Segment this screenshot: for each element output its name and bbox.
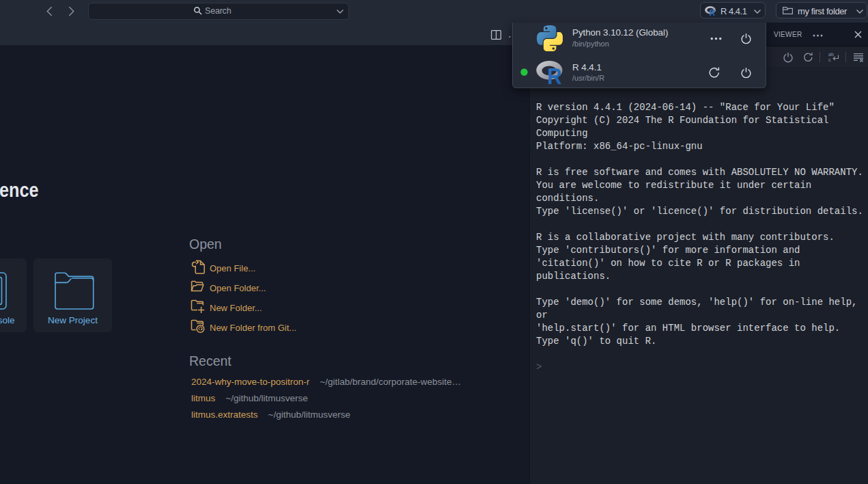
svg-text:c: c [828, 57, 831, 62]
svg-text:R: R [547, 64, 561, 85]
svg-text:ab: ab [828, 52, 834, 57]
svg-text:R: R [709, 8, 715, 16]
